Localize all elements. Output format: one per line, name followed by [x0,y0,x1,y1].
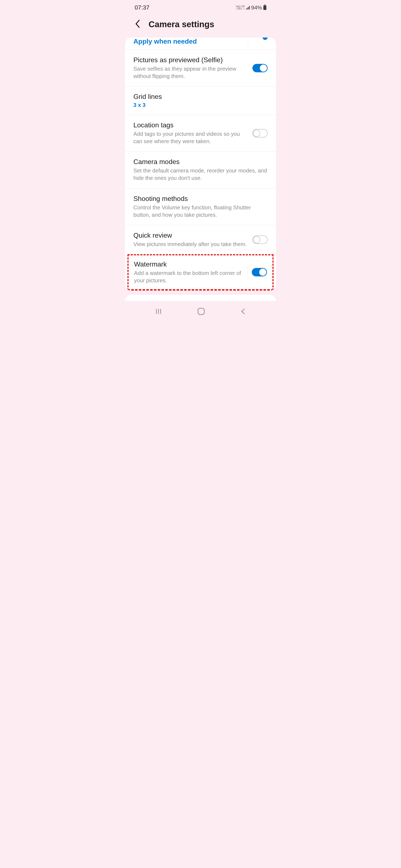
setting-camera-modes[interactable]: Camera modes Set the default camera mode… [125,152,276,188]
divider [247,266,248,279]
setting-desc: Save selfies as they appear in the previ… [133,65,248,80]
signal-icon [246,6,250,9]
toggle-quick-review[interactable] [252,236,268,244]
toggle-partial[interactable] [262,37,268,40]
toggle-location[interactable] [252,129,268,137]
battery-percent: 94% [251,4,262,11]
highlight-box: Watermark Add a watermark to the bottom … [127,254,274,290]
network-indicator: Vo)) LTE LTE1 ↓↑ [236,5,245,10]
divider [248,38,248,45]
setting-desc: Add a watermark to the bottom left corne… [134,270,241,284]
setting-title: Grid lines [133,93,268,100]
setting-apply-when-needed[interactable]: Apply when needed [125,37,276,50]
page-title: Camera settings [149,20,214,29]
back-nav-button[interactable] [240,308,246,316]
status-bar: 07:37 Vo)) LTE LTE1 ↓↑ 94% [124,0,277,13]
setting-title: Camera modes [133,158,268,166]
setting-title: Watermark [134,260,241,268]
setting-location-tags[interactable]: Location tags Add tags to your pictures … [125,115,276,152]
toggle-watermark[interactable] [252,268,267,276]
status-time: 07:37 [135,4,149,11]
setting-desc: View pictures immediately after you take… [133,241,248,248]
setting-selfie-preview[interactable]: Pictures as previewed (Selfie) Save self… [125,50,276,87]
setting-title: Location tags [133,121,248,129]
status-indicators: Vo)) LTE LTE1 ↓↑ 94% [236,4,266,11]
battery-icon [263,5,266,10]
navigation-bar [124,301,277,320]
home-button[interactable] [197,307,205,316]
back-icon[interactable] [135,20,140,29]
setting-desc: Add tags to your pictures and videos so … [133,130,248,145]
svg-rect-3 [198,308,204,315]
toggle-selfie[interactable] [252,64,268,72]
settings-list: Apply when needed Pictures as previewed … [125,37,276,290]
setting-title: Quick review [133,231,248,239]
setting-quick-review[interactable]: Quick review View pictures immediately a… [125,225,276,254]
setting-grid-lines[interactable]: Grid lines 3 x 3 [125,87,276,115]
setting-value: 3 x 3 [133,102,268,108]
recents-button[interactable] [155,308,162,316]
setting-title: Apply when needed [133,37,242,45]
next-card-peek [125,295,276,301]
setting-title: Pictures as previewed (Selfie) [133,56,248,64]
setting-title: Shooting methods [133,195,268,203]
setting-desc: Set the default camera mode, reorder you… [133,167,268,182]
setting-watermark[interactable]: Watermark Add a watermark to the bottom … [128,255,273,289]
setting-shooting-methods[interactable]: Shooting methods Control the Volume key … [125,188,276,225]
header: Camera settings [124,13,277,37]
setting-desc: Control the Volume key function, floatin… [133,204,268,219]
network-bottom: LTE1 ↓↑ [236,8,245,10]
